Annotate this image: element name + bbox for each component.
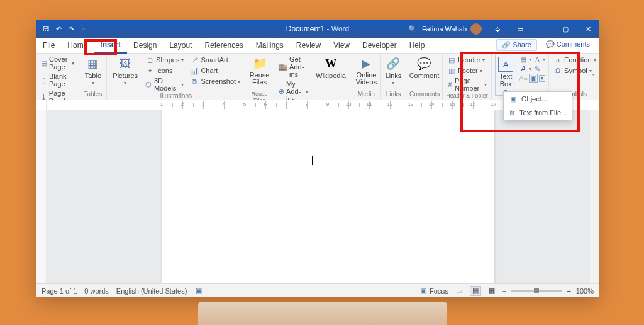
header-icon: ▤ <box>447 55 456 64</box>
links-button[interactable]: 🔗Links▾ <box>384 55 402 91</box>
page-number-icon: # <box>447 80 453 89</box>
screenshot-button[interactable]: ⧉Screenshot▾ <box>189 76 242 86</box>
tab-design[interactable]: Design <box>127 38 163 54</box>
tab-home[interactable]: Home <box>61 38 94 54</box>
page[interactable] <box>162 110 494 283</box>
pictures-button[interactable]: 🖼Pictures▾ <box>110 55 140 93</box>
document-canvas[interactable] <box>47 110 599 283</box>
ribbon-display-icon[interactable]: ▭ <box>509 20 531 38</box>
pictures-icon: 🖼 <box>118 56 133 71</box>
close-button[interactable]: ✕ <box>577 20 599 38</box>
reuse-files-button[interactable]: 📁Reuse Files <box>248 55 270 91</box>
object-menu-item[interactable]: ▣Object... <box>504 92 572 106</box>
vertical-ruler[interactable] <box>36 110 47 283</box>
group-label-reuse-files: Reuse Files <box>248 91 270 100</box>
focus-icon: ▣ <box>419 287 428 295</box>
text-from-file-menu-item[interactable]: 🗎Text from File... <box>504 106 572 120</box>
3d-models-button[interactable]: ⬡3D Models▾ <box>144 76 185 93</box>
wordart-icon[interactable]: Ａ <box>533 55 541 64</box>
shapes-button[interactable]: ◻Shapes▾ <box>144 55 185 65</box>
get-addins-button[interactable]: 🏬Get Add-ins <box>277 55 309 79</box>
tab-mailings[interactable]: Mailings <box>250 38 290 54</box>
signature-line-icon[interactable]: ✎ <box>533 64 541 73</box>
link-icon: 🔗 <box>386 56 401 71</box>
group-pages: ▤Cover Page▾ ▯Blank Page ⤓Page Break Pag… <box>36 54 79 100</box>
qat-customize-icon[interactable]: ▾ <box>79 25 88 33</box>
date-time-icon[interactable]: A≡ <box>519 74 528 83</box>
smartart-button[interactable]: ⎇SmartArt <box>189 55 242 65</box>
tab-references[interactable]: References <box>198 38 249 54</box>
search-icon[interactable]: 🔍 <box>408 25 417 33</box>
word-count[interactable]: 0 words <box>84 287 109 295</box>
save-icon[interactable]: 🖫 <box>42 25 50 33</box>
text-box-button[interactable]: AText Box▾ <box>495 55 516 96</box>
screenshot-icon: ⧉ <box>190 77 199 86</box>
comment-icon: 💬 <box>416 56 431 71</box>
undo-icon[interactable]: ↶ <box>54 25 63 33</box>
share-button[interactable]: 🔗 Share <box>496 39 536 51</box>
store-icon: 🏬 <box>279 62 287 71</box>
tab-developer[interactable]: Developer <box>356 38 403 54</box>
group-label-tables: Tables <box>82 91 103 100</box>
icons-button[interactable]: ✦Icons <box>144 66 185 76</box>
group-label-links: Links <box>384 91 402 100</box>
smartart-icon: ⎇ <box>190 55 199 64</box>
quick-parts-icon[interactable]: ▤ <box>519 55 528 64</box>
page-number-button[interactable]: #Page Number▾ <box>446 76 488 93</box>
tab-help[interactable]: Help <box>403 38 431 54</box>
window-title: Document1 - Word <box>286 25 350 33</box>
blank-page-button[interactable]: ▯Blank Page <box>40 72 75 88</box>
tab-view[interactable]: View <box>327 38 356 54</box>
decorative-stub <box>198 302 447 325</box>
cover-page-button[interactable]: ▤Cover Page▾ <box>40 55 75 71</box>
object-icon[interactable]: ▣ <box>529 74 538 83</box>
redo-icon[interactable]: ↷ <box>67 25 75 33</box>
macro-recording-icon[interactable]: ▣ <box>194 287 203 295</box>
video-icon: ▶ <box>358 56 374 71</box>
group-label-illustrations: Illustrations <box>110 93 242 100</box>
language-indicator[interactable]: English (United States) <box>116 287 187 295</box>
text-mini-buttons: ▤▾ Ａ▾ A▾ ✎ A≡ ▣▾ <box>519 55 545 96</box>
comment-button[interactable]: 💬Comment <box>409 55 439 91</box>
header-button[interactable]: ▤Header▾ <box>446 55 488 65</box>
focus-mode-button[interactable]: ▣ Focus <box>419 287 448 295</box>
read-mode-button[interactable]: ▭ <box>453 286 465 296</box>
document-area <box>36 110 599 283</box>
zoom-level[interactable]: 100% <box>576 287 594 295</box>
avatar-icon <box>470 23 482 35</box>
equation-button[interactable]: πEquation▾ <box>552 55 597 65</box>
user-account[interactable]: Fatima Wahab <box>418 23 486 35</box>
online-videos-button[interactable]: ▶Online Videos <box>355 55 377 91</box>
comments-button[interactable]: 💬 Comments <box>541 39 595 51</box>
page-indicator[interactable]: Page 1 of 1 <box>42 287 77 295</box>
tab-review[interactable]: Review <box>290 38 327 54</box>
web-layout-button[interactable]: ▦ <box>486 286 497 296</box>
group-label-header-footer: Header & Footer <box>446 93 488 100</box>
minimize-button[interactable]: — <box>532 20 553 38</box>
vertical-scrollbar[interactable] <box>590 110 599 283</box>
symbol-button[interactable]: ΩSymbol▾ <box>552 66 597 76</box>
chart-button[interactable]: 📊Chart <box>189 66 242 76</box>
cover-page-icon: ▤ <box>41 59 47 67</box>
drop-cap-icon[interactable]: A <box>519 64 528 73</box>
collapse-ribbon-icon[interactable]: ˄ <box>591 72 595 81</box>
footer-button[interactable]: ▥Footer▾ <box>446 66 488 76</box>
table-button[interactable]: ▦ Table▾ <box>82 55 103 91</box>
group-comments: 💬Comment Comments <box>406 54 443 100</box>
tab-file[interactable]: File <box>36 38 61 54</box>
zoom-slider[interactable] <box>511 290 562 292</box>
maximize-button[interactable]: ▢ <box>555 20 576 38</box>
pending-updates-icon[interactable]: ⬙ <box>487 20 508 38</box>
wikipedia-button[interactable]: WWikipedia <box>313 55 348 103</box>
wikipedia-icon: W <box>323 56 338 71</box>
group-header-footer: ▤Header▾ ▥Footer▾ #Page Number▾ Header &… <box>443 54 492 100</box>
zoom-in-button[interactable]: + <box>567 287 570 295</box>
group-media: ▶Online Videos Media <box>352 54 381 100</box>
reuse-files-icon: 📁 <box>252 56 267 71</box>
status-bar: Page 1 of 1 0 words English (United Stat… <box>36 283 599 297</box>
tab-layout[interactable]: Layout <box>163 38 198 54</box>
tab-insert[interactable]: Insert <box>94 38 127 54</box>
zoom-out-button[interactable]: − <box>502 287 506 295</box>
text-cursor <box>312 156 313 165</box>
print-layout-button[interactable]: ▤ <box>470 286 481 296</box>
